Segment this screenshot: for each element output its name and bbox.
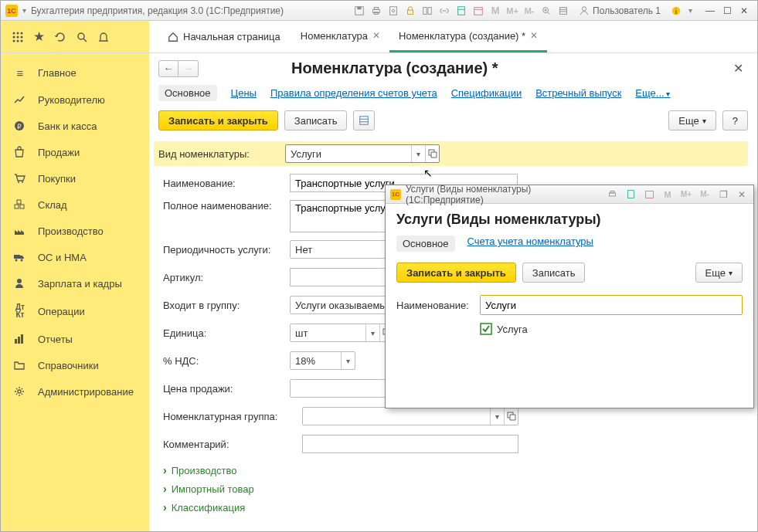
sidebar-item-sales[interactable]: Продажи: [1, 139, 149, 165]
tab-home[interactable]: Начальная страница: [157, 21, 291, 53]
article-input[interactable]: [290, 268, 394, 286]
help-button[interactable]: ?: [722, 110, 748, 130]
window-title: Бухгалтерия предприятия, редакция 3.0 (1…: [31, 5, 347, 16]
window-maximize[interactable]: ☐: [719, 3, 736, 19]
zoom-icon[interactable]: [539, 3, 554, 19]
svg-point-38: [22, 181, 23, 183]
save-button[interactable]: Записать: [284, 110, 348, 130]
close-icon[interactable]: ✕: [372, 30, 380, 41]
page-title: Номенклатура (создание) *: [214, 59, 729, 77]
open-icon[interactable]: [425, 145, 439, 162]
history-loop-icon[interactable]: [54, 31, 66, 43]
subnav-specs[interactable]: Спецификации: [451, 87, 522, 99]
memory-mminus-icon[interactable]: M-: [522, 3, 537, 19]
link-icon[interactable]: [437, 3, 452, 19]
sidebar-item-admin[interactable]: Администрирование: [1, 378, 149, 405]
expand-import[interactable]: Импортный товар: [158, 479, 748, 498]
subnav-main[interactable]: Основное: [158, 85, 217, 101]
modal-save-close-button[interactable]: Записать и закрыть: [396, 263, 516, 283]
user-menu[interactable]: Пользователь 1: [576, 5, 664, 16]
sidebar-item-salary[interactable]: Зарплата и кадры: [1, 270, 149, 296]
app-menu-dropdown-icon[interactable]: ▾: [22, 6, 26, 15]
sidebar-item-main[interactable]: ≡Главное: [1, 59, 149, 86]
memory-m-icon[interactable]: M: [488, 3, 503, 19]
list-view-button[interactable]: [353, 110, 375, 130]
svg-point-44: [21, 259, 23, 262]
search-icon[interactable]: [76, 31, 88, 43]
memory-mminus-icon[interactable]: M-: [698, 188, 712, 202]
service-checkbox-row[interactable]: Услуга: [480, 323, 743, 335]
sidebar-item-operations[interactable]: ДтКтОперации: [1, 296, 149, 326]
expand-production[interactable]: Производство: [158, 461, 748, 479]
apps-grid-icon[interactable]: [12, 31, 24, 43]
close-icon[interactable]: ✕: [530, 30, 538, 41]
print-icon[interactable]: [369, 3, 384, 19]
calendar-icon[interactable]: [642, 188, 656, 202]
nav-back-button[interactable]: ←: [158, 60, 178, 77]
sidebar-item-assets[interactable]: ОС и НМА: [1, 244, 149, 270]
app-logo-icon: 1C: [5, 5, 18, 17]
modal-save-button[interactable]: Записать: [522, 263, 586, 283]
svg-point-33: [78, 33, 84, 39]
menu-icon: ≡: [13, 66, 27, 80]
nav-forward-button[interactable]: →: [178, 60, 199, 77]
sidebar-item-bank[interactable]: ₽Банк и касса: [1, 113, 149, 139]
info-icon[interactable]: i: [668, 3, 684, 19]
memory-mplus-icon[interactable]: M+: [679, 188, 693, 202]
svg-line-34: [83, 39, 87, 42]
notifications-bell-icon[interactable]: [97, 31, 110, 43]
preview-icon[interactable]: [386, 3, 401, 19]
sidebar-item-reports[interactable]: Отчеты: [1, 326, 149, 352]
page-close-button[interactable]: ✕: [729, 61, 748, 76]
dropdown-icon[interactable]: ▾: [411, 145, 425, 162]
sidebar-item-warehouse[interactable]: Склад: [1, 191, 149, 218]
article-label: Артикул:: [158, 272, 290, 283]
window-restore[interactable]: ❐: [716, 188, 730, 202]
save-icon[interactable]: [352, 3, 367, 19]
info-dropdown-icon[interactable]: ▾: [688, 6, 692, 15]
compare-icon[interactable]: [420, 3, 435, 19]
comment-input[interactable]: [302, 435, 518, 453]
nomgroup-combo[interactable]: ▾: [302, 407, 518, 425]
dropdown-icon[interactable]: ▾: [341, 352, 355, 369]
window-close[interactable]: ✕: [735, 188, 749, 202]
history-icon[interactable]: [556, 3, 571, 19]
more-button[interactable]: Еще: [668, 110, 716, 130]
memory-mplus-icon[interactable]: M+: [505, 3, 520, 19]
window-minimize[interactable]: —: [702, 3, 719, 19]
modal-name-label: Наименование:: [396, 300, 480, 311]
favorites-star-icon[interactable]: ★: [33, 29, 45, 45]
modal-name-input[interactable]: [481, 296, 742, 314]
modal-more-button[interactable]: Еще: [695, 263, 743, 283]
modal-subnav-accounts[interactable]: Счета учета номенклатуры: [467, 236, 593, 252]
sidebar-item-purchases[interactable]: Покупки: [1, 165, 149, 191]
tab-nomenclature[interactable]: Номенклатура ✕: [291, 21, 389, 53]
memory-m-icon[interactable]: M: [661, 188, 675, 202]
unit-combo[interactable]: шт ▾: [290, 324, 394, 342]
sidebar-item-references[interactable]: Справочники: [1, 352, 149, 378]
subnav-rules[interactable]: Правила определения счетов учета: [270, 87, 437, 99]
tab-nomenclature-create[interactable]: Номенклатура (создание) * ✕: [389, 21, 547, 53]
subnav-counter[interactable]: Встречный выпуск: [535, 87, 621, 99]
folder-icon: [13, 359, 27, 371]
calculator-icon[interactable]: [454, 3, 469, 19]
save-close-button[interactable]: Записать и закрыть: [158, 110, 278, 130]
print-icon[interactable]: [605, 188, 619, 202]
sidebar-item-manager[interactable]: Руководителю: [1, 86, 149, 113]
subnav-more[interactable]: Еще...: [635, 87, 670, 99]
window-close[interactable]: ✕: [736, 3, 753, 19]
lock-icon[interactable]: [403, 3, 418, 19]
expand-classification[interactable]: Классификация: [158, 498, 748, 517]
sidebar-item-production[interactable]: Производство: [1, 218, 149, 244]
subnav-prices[interactable]: Цены: [231, 87, 257, 99]
vat-combo[interactable]: 18% ▾: [290, 351, 355, 370]
open-icon[interactable]: [504, 408, 518, 425]
type-combo[interactable]: Услуги ▾: [285, 144, 440, 163]
calculator-icon[interactable]: [624, 188, 637, 202]
calendar-icon[interactable]: [471, 3, 486, 19]
svg-point-43: [15, 259, 18, 262]
dropdown-icon[interactable]: ▾: [365, 324, 379, 341]
modal-subnav-main[interactable]: Основное: [396, 236, 455, 252]
svg-rect-60: [627, 191, 634, 198]
dropdown-icon[interactable]: ▾: [490, 408, 504, 425]
